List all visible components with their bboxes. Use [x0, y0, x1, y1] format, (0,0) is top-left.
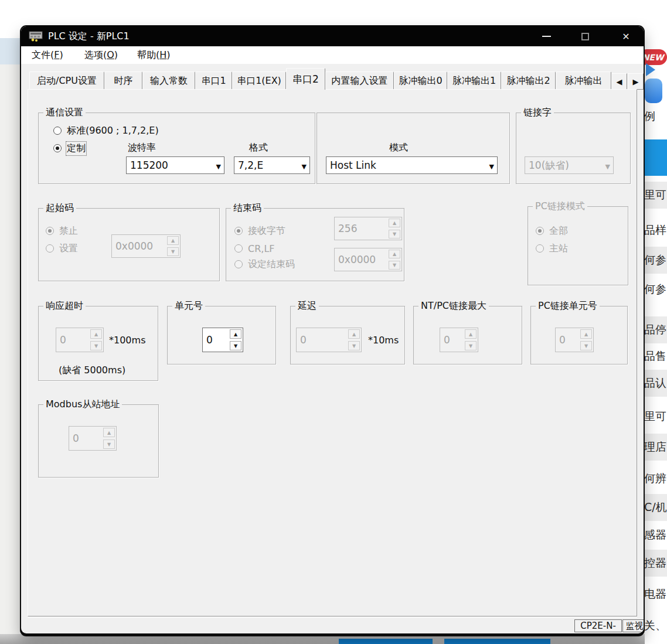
minimize-button[interactable] [532, 26, 560, 46]
spin-up-icon[interactable] [230, 329, 241, 339]
mode-label: 模式 [389, 142, 408, 154]
background-link-button[interactable] [645, 139, 667, 176]
spin-up-icon [167, 236, 179, 245]
tab-builtin-input[interactable]: 内置输入设置 [325, 71, 394, 90]
list-item[interactable]: 里可 [645, 182, 667, 209]
close-icon [622, 31, 629, 42]
list-item[interactable]: 感器 [645, 522, 667, 548]
spin-up-icon [389, 219, 400, 227]
list-item[interactable]: 何参 [645, 247, 667, 274]
spin-down-icon [580, 341, 592, 350]
tab-startup-cpu[interactable]: 启动/CPU设置 [29, 71, 104, 90]
response-timeout-spinner: 0 [56, 328, 104, 352]
radio-circle-icon [234, 227, 243, 235]
radio-received-bytes: 接收字节 [234, 225, 285, 237]
radio-standard[interactable]: 标准(9600 ; 1,7,2,E) [53, 125, 159, 137]
pc-link-unit-spinner: 0 [555, 328, 594, 352]
spin-up-icon [465, 329, 477, 339]
received-bytes-spinner: 256 [334, 217, 402, 240]
start-code-spinner: 0x0000 [111, 234, 181, 258]
tab-pulse-output3[interactable]: 脉冲输出 [556, 71, 611, 90]
group-title: 通信设置 [43, 107, 86, 119]
minimize-icon [542, 36, 551, 37]
list-item[interactable]: 何参 [645, 276, 667, 303]
radio-circle-icon [234, 260, 243, 268]
tab-serial1-ex[interactable]: 串口1(EX) [232, 71, 286, 90]
delay-unit: *10ms [368, 335, 399, 346]
list-item[interactable]: 何辨 [645, 465, 667, 492]
format-select[interactable]: 7,2,E [234, 156, 310, 174]
tab-pulse-output1[interactable]: 脉冲输出1 [447, 71, 501, 90]
radio-custom[interactable]: 定制 [53, 142, 86, 154]
radio-start-code-set: 设置 [46, 243, 78, 254]
tab-serial1[interactable]: 串口1 [195, 71, 232, 90]
delay-spinner: 0 [296, 328, 362, 352]
status-device-type: CP2E-N- [574, 619, 622, 632]
window-title: PLC 设定 - 新PLC1 [48, 26, 130, 46]
chevron-down-icon [605, 159, 610, 171]
baud-rate-select[interactable]: 115200 [126, 156, 224, 174]
tab-serial2-active[interactable]: 串口2 [286, 68, 325, 90]
close-button[interactable] [612, 26, 640, 46]
plc-app-icon [29, 30, 43, 42]
spin-down-icon [389, 230, 400, 238]
list-item[interactable]: 理店 [645, 434, 667, 461]
mode-select[interactable]: Host Link [326, 156, 498, 174]
radio-pc-link-master: 主站 [536, 243, 568, 254]
tab-input-constant[interactable]: 输入常数 [142, 71, 195, 90]
group-title: 响应超时 [43, 300, 86, 312]
list-item[interactable]: 例 [645, 103, 667, 130]
radio-circle-icon[interactable] [53, 144, 62, 152]
background-button-blue-1[interactable] [339, 639, 433, 644]
list-item[interactable]: 品停 [645, 316, 667, 343]
list-item[interactable]: 里可 [645, 403, 667, 430]
end-code-spinner: 0x0000 [334, 248, 402, 271]
list-item[interactable]: 品样 [645, 217, 667, 244]
list-item[interactable]: C/机 [645, 494, 667, 521]
response-timeout-default-note: (缺省 5000ms) [59, 364, 125, 377]
logo-chevron-icon [646, 63, 655, 76]
tab-scroll-right-button[interactable] [628, 73, 644, 90]
radio-circle-icon [46, 227, 54, 235]
maximize-button[interactable] [571, 26, 599, 46]
title-bar[interactable]: PLC 设定 - 新PLC1 [21, 26, 644, 46]
chevron-down-icon[interactable] [489, 159, 494, 171]
menu-file[interactable]: 文件(F) [27, 46, 68, 64]
background-button-blue-2[interactable] [444, 639, 550, 644]
spin-down-icon [389, 261, 400, 270]
group-title: 起始码 [43, 202, 76, 214]
spin-down-icon [348, 341, 360, 350]
menu-options[interactable]: 选项(O) [80, 46, 122, 64]
menu-help[interactable]: 帮助(H) [132, 46, 175, 64]
list-item[interactable]: 电器 [645, 581, 667, 608]
radio-start-code-disable: 禁止 [46, 225, 78, 237]
list-item[interactable]: 品售 [645, 343, 667, 370]
tab-pulse-output0[interactable]: 脉冲输出0 [394, 71, 447, 90]
chevron-down-icon[interactable] [302, 159, 307, 171]
tab-timing[interactable]: 时序 [104, 71, 142, 90]
list-item[interactable]: 品认 [645, 370, 667, 397]
tab-pulse-output2[interactable]: 脉冲输出2 [501, 71, 556, 90]
ntpc-link-max-spinner: 0 [440, 328, 478, 352]
unit-number-spinner[interactable]: 0 [202, 328, 243, 352]
radio-circle-icon[interactable] [53, 127, 62, 135]
group-title: 延迟 [295, 300, 319, 312]
radio-circle-icon [234, 244, 243, 253]
group-title: 结束码 [231, 202, 264, 214]
radio-circle-icon [46, 244, 54, 253]
group-title: 单元号 [172, 300, 205, 312]
chevron-down-icon[interactable] [216, 159, 221, 171]
list-item[interactable]: 控器 [645, 550, 667, 577]
logo-mark-icon [645, 79, 662, 103]
spin-up-icon [90, 329, 102, 339]
spin-up-icon [580, 329, 592, 339]
modbus-slave-address-spinner: 0 [69, 426, 117, 451]
group-title: PC链接模式 [533, 200, 587, 213]
format-label: 格式 [249, 142, 268, 154]
radio-pc-link-all: 全部 [536, 225, 568, 237]
spin-down-icon[interactable] [230, 341, 241, 350]
panel-bevel [28, 617, 637, 618]
radio-circle-icon [536, 227, 544, 235]
list-item[interactable]: 关、 [645, 612, 667, 639]
tab-scroll-left-button[interactable] [611, 73, 627, 90]
